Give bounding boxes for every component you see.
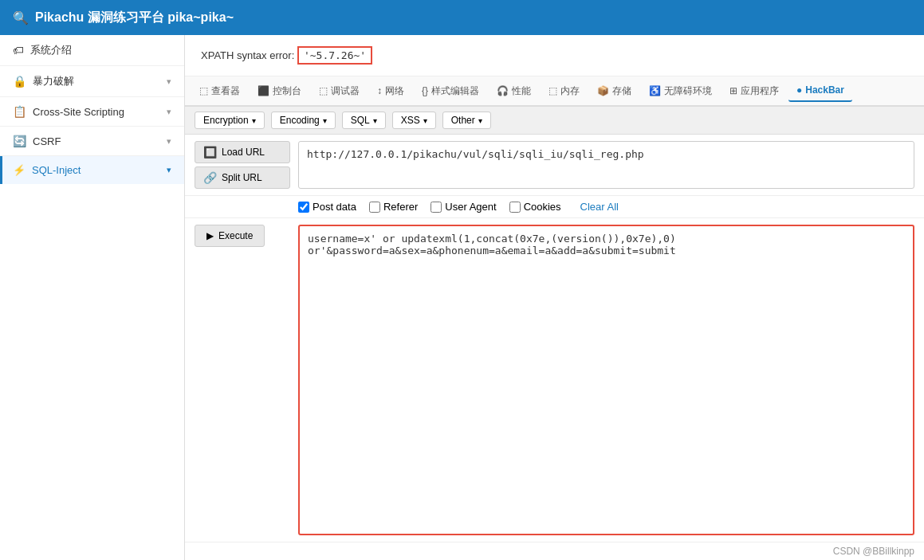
chevron-down-icon: ▾ [167, 136, 171, 147]
console-icon: ⬛ [258, 85, 269, 96]
error-value: '~5.7.26~' [297, 46, 372, 65]
cookies-checkbox[interactable]: Cookies [509, 201, 561, 213]
main-content: XPATH syntax error: '~5.7.26~' ⬚ 查看器 ⬛ 控… [185, 35, 924, 560]
header-icon: 🔍 [13, 10, 29, 25]
sidebar-item-brute[interactable]: 🔒 暴力破解 ▾ [0, 66, 184, 97]
sidebar-item-sqlinject[interactable]: ⚡ SQL-Inject ▾ [0, 156, 184, 184]
chevron-down-icon: ▾ [373, 116, 377, 125]
post-data-input[interactable] [298, 225, 914, 535]
tab-performance[interactable]: 🎧 性能 [489, 80, 539, 103]
hackbar-toolbar: Encryption ▾ Encoding ▾ SQL ▾ XSS ▾ Othe… [185, 107, 924, 135]
lock-icon: 🔒 [13, 75, 26, 88]
clear-all-button[interactable]: Clear All [580, 201, 619, 213]
list-icon: 📋 [13, 105, 26, 118]
tab-apps[interactable]: ⊞ 应用程序 [722, 80, 787, 103]
chevron-down-icon: ▾ [323, 116, 327, 125]
a11y-icon: ♿ [649, 85, 661, 96]
tab-storage[interactable]: 📦 存储 [589, 80, 639, 103]
user-agent-checkbox[interactable]: User Agent [431, 201, 496, 213]
chevron-down-icon: ▾ [167, 107, 171, 117]
execute-button[interactable]: ▶ Execute [195, 225, 265, 247]
hackbar-icon: ● [796, 84, 802, 96]
other-menu-button[interactable]: Other ▾ [442, 112, 491, 129]
app-title: Pikachu 漏洞练习平台 pika~pika~ [35, 10, 234, 26]
refresh-icon: 🔄 [13, 135, 26, 147]
chevron-down-icon: ▾ [252, 116, 256, 125]
tab-debugger[interactable]: ⬚ 调试器 [311, 80, 368, 103]
sidebar-item-label: CSRF [33, 135, 61, 147]
sidebar: 🏷 系统介绍 🔒 暴力破解 ▾ 📋 Cross-Site Scripting ▾… [0, 35, 185, 560]
load-icon: 🔲 [203, 146, 217, 159]
sidebar-item-xss[interactable]: 📋 Cross-Site Scripting ▾ [0, 97, 184, 127]
url-input[interactable] [298, 141, 914, 189]
network-icon: ↕ [377, 85, 382, 96]
load-url-button[interactable]: 🔲 Load URL [195, 141, 290, 163]
referer-checkbox[interactable]: Referer [369, 201, 418, 213]
chevron-down-icon: ▾ [167, 76, 171, 87]
tab-inspector[interactable]: ⬚ 查看器 [191, 80, 248, 103]
split-icon: 🔗 [203, 171, 217, 184]
apps-icon: ⊞ [729, 85, 737, 96]
sidebar-item-label: 系统介绍 [30, 43, 72, 57]
error-label: XPATH syntax error: [201, 49, 294, 61]
play-icon: ▶ [206, 230, 214, 241]
devtools-bar: ⬚ 查看器 ⬛ 控制台 ⬚ 调试器 ↕ 网络 {} 样式编辑器 🎧 性能 [185, 76, 924, 107]
style-icon: {} [422, 85, 428, 96]
tab-memory[interactable]: ⬚ 内存 [541, 80, 588, 103]
tag-icon: 🏷 [13, 44, 24, 57]
debugger-icon: ⬚ [319, 85, 328, 96]
sidebar-item-intro[interactable]: 🏷 系统介绍 [0, 35, 184, 66]
tab-hackbar[interactable]: ● HackBar [788, 80, 852, 102]
performance-icon: 🎧 [497, 85, 509, 96]
sidebar-item-label: SQL-Inject [32, 164, 81, 176]
storage-icon: 📦 [597, 85, 609, 96]
attribution: CSDN @BBillkinpp [185, 542, 924, 560]
app-header: 🔍 Pikachu 漏洞练习平台 pika~pika~ [0, 0, 924, 35]
sql-menu-button[interactable]: SQL ▾ [342, 112, 386, 129]
chevron-down-icon: ▾ [423, 116, 427, 125]
tab-style[interactable]: {} 样式编辑器 [414, 80, 487, 103]
split-url-button[interactable]: 🔗 Split URL [195, 166, 290, 189]
sidebar-item-label: Cross-Site Scripting [33, 106, 124, 118]
xss-menu-button[interactable]: XSS ▾ [392, 112, 436, 129]
memory-icon: ⬚ [549, 85, 557, 96]
sidebar-item-label: 暴力破解 [33, 74, 74, 88]
chevron-down-icon: ▾ [167, 165, 171, 175]
error-bar: XPATH syntax error: '~5.7.26~' [185, 35, 924, 76]
hackbar-panel: Encryption ▾ Encoding ▾ SQL ▾ XSS ▾ Othe… [185, 107, 924, 542]
inspector-icon: ⬚ [199, 85, 208, 96]
lightning-icon: ⚡ [13, 164, 26, 176]
tab-network[interactable]: ↕ 网络 [369, 80, 412, 103]
post-data-checkbox[interactable]: Post data [298, 201, 356, 213]
tab-console[interactable]: ⬛ 控制台 [250, 80, 309, 103]
encoding-menu-button[interactable]: Encoding ▾ [271, 112, 336, 129]
sidebar-item-csrf[interactable]: 🔄 CSRF ▾ [0, 127, 184, 156]
chevron-down-icon: ▾ [478, 116, 482, 125]
encryption-menu-button[interactable]: Encryption ▾ [195, 112, 265, 129]
tab-a11y[interactable]: ♿ 无障碍环境 [641, 80, 720, 103]
